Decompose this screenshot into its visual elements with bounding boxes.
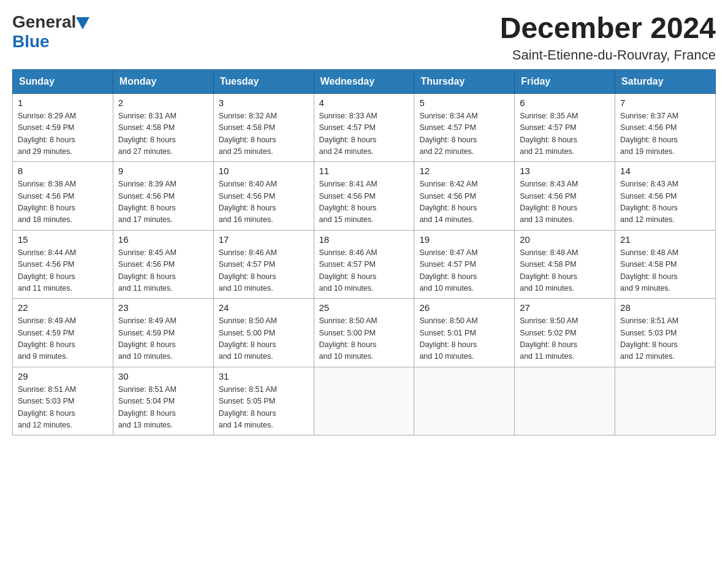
day-number: 20 (520, 234, 610, 245)
day-info: Sunrise: 8:48 AM Sunset: 4:58 PM Dayligh… (620, 247, 710, 295)
day-number: 25 (319, 302, 409, 313)
header-thursday: Thursday (414, 69, 515, 93)
day-info: Sunrise: 8:38 AM Sunset: 4:56 PM Dayligh… (18, 178, 108, 226)
calendar-cell: 28Sunrise: 8:51 AM Sunset: 5:03 PM Dayli… (615, 299, 716, 367)
day-info: Sunrise: 8:50 AM Sunset: 5:01 PM Dayligh… (419, 315, 509, 363)
day-number: 30 (118, 371, 208, 381)
day-number: 19 (419, 234, 509, 245)
location-title: Saint-Etienne-du-Rouvray, France (500, 47, 716, 63)
day-number: 31 (219, 371, 309, 381)
day-info: Sunrise: 8:50 AM Sunset: 5:00 PM Dayligh… (319, 315, 409, 363)
page-header: General Blue December 2024 Saint-Etienne… (12, 12, 716, 63)
day-info: Sunrise: 8:45 AM Sunset: 4:56 PM Dayligh… (118, 247, 208, 295)
day-info: Sunrise: 8:51 AM Sunset: 5:04 PM Dayligh… (118, 384, 208, 432)
calendar-cell: 14Sunrise: 8:43 AM Sunset: 4:56 PM Dayli… (615, 162, 716, 231)
day-info: Sunrise: 8:39 AM Sunset: 4:56 PM Dayligh… (118, 178, 208, 226)
day-info: Sunrise: 8:41 AM Sunset: 4:56 PM Dayligh… (319, 178, 409, 226)
day-info: Sunrise: 8:34 AM Sunset: 4:57 PM Dayligh… (419, 110, 509, 158)
calendar-cell: 26Sunrise: 8:50 AM Sunset: 5:01 PM Dayli… (414, 299, 515, 367)
calendar-cell: 13Sunrise: 8:43 AM Sunset: 4:56 PM Dayli… (515, 162, 615, 231)
header-friday: Friday (515, 69, 615, 93)
calendar-cell: 21Sunrise: 8:48 AM Sunset: 4:58 PM Dayli… (615, 230, 716, 299)
day-info: Sunrise: 8:42 AM Sunset: 4:56 PM Dayligh… (419, 178, 509, 226)
day-number: 27 (520, 302, 610, 313)
day-number: 23 (118, 302, 208, 313)
calendar-cell: 31Sunrise: 8:51 AM Sunset: 5:05 PM Dayli… (213, 367, 314, 435)
day-number: 9 (118, 166, 208, 176)
calendar-cell (515, 367, 615, 435)
day-info: Sunrise: 8:29 AM Sunset: 4:59 PM Dayligh… (18, 110, 108, 158)
calendar-header-row: SundayMondayTuesdayWednesdayThursdayFrid… (13, 69, 716, 93)
day-number: 24 (219, 302, 309, 313)
day-info: Sunrise: 8:47 AM Sunset: 4:57 PM Dayligh… (419, 247, 509, 295)
calendar-week-row: 1Sunrise: 8:29 AM Sunset: 4:59 PM Daylig… (13, 93, 716, 162)
calendar-week-row: 15Sunrise: 8:44 AM Sunset: 4:56 PM Dayli… (13, 230, 716, 299)
day-info: Sunrise: 8:33 AM Sunset: 4:57 PM Dayligh… (319, 110, 409, 158)
day-info: Sunrise: 8:35 AM Sunset: 4:57 PM Dayligh… (520, 110, 610, 158)
day-number: 13 (520, 166, 610, 176)
day-info: Sunrise: 8:51 AM Sunset: 5:05 PM Dayligh… (219, 384, 309, 432)
day-info: Sunrise: 8:50 AM Sunset: 5:00 PM Dayligh… (219, 315, 309, 363)
day-info: Sunrise: 8:50 AM Sunset: 5:02 PM Dayligh… (520, 315, 610, 363)
day-number: 8 (18, 166, 108, 176)
calendar-cell: 6Sunrise: 8:35 AM Sunset: 4:57 PM Daylig… (515, 93, 615, 162)
calendar-cell: 1Sunrise: 8:29 AM Sunset: 4:59 PM Daylig… (13, 93, 113, 162)
day-info: Sunrise: 8:37 AM Sunset: 4:56 PM Dayligh… (620, 110, 710, 158)
day-number: 28 (620, 302, 710, 313)
day-info: Sunrise: 8:46 AM Sunset: 4:57 PM Dayligh… (219, 247, 309, 295)
day-number: 22 (18, 302, 108, 313)
header-tuesday: Tuesday (213, 69, 314, 93)
day-number: 26 (419, 302, 509, 313)
day-number: 18 (319, 234, 409, 245)
header-sunday: Sunday (13, 69, 113, 93)
calendar-cell: 30Sunrise: 8:51 AM Sunset: 5:04 PM Dayli… (113, 367, 213, 435)
day-info: Sunrise: 8:40 AM Sunset: 4:56 PM Dayligh… (219, 178, 309, 226)
calendar-cell: 22Sunrise: 8:49 AM Sunset: 4:59 PM Dayli… (13, 299, 113, 367)
header-saturday: Saturday (615, 69, 716, 93)
calendar-cell: 7Sunrise: 8:37 AM Sunset: 4:56 PM Daylig… (615, 93, 716, 162)
calendar-cell: 10Sunrise: 8:40 AM Sunset: 4:56 PM Dayli… (213, 162, 314, 231)
month-title: December 2024 (500, 12, 716, 45)
calendar-cell (615, 367, 716, 435)
calendar-cell: 3Sunrise: 8:32 AM Sunset: 4:58 PM Daylig… (213, 93, 314, 162)
calendar-table: SundayMondayTuesdayWednesdayThursdayFrid… (12, 69, 716, 436)
day-number: 14 (620, 166, 710, 176)
header-monday: Monday (113, 69, 213, 93)
day-number: 10 (219, 166, 309, 176)
calendar-cell: 23Sunrise: 8:49 AM Sunset: 4:59 PM Dayli… (113, 299, 213, 367)
day-number: 4 (319, 98, 409, 108)
day-number: 12 (419, 166, 509, 176)
calendar-week-row: 22Sunrise: 8:49 AM Sunset: 4:59 PM Dayli… (13, 299, 716, 367)
day-info: Sunrise: 8:51 AM Sunset: 5:03 PM Dayligh… (18, 384, 108, 432)
logo: General Blue (12, 12, 89, 52)
day-info: Sunrise: 8:46 AM Sunset: 4:57 PM Dayligh… (319, 247, 409, 295)
calendar-week-row: 8Sunrise: 8:38 AM Sunset: 4:56 PM Daylig… (13, 162, 716, 231)
day-number: 3 (219, 98, 309, 108)
day-number: 16 (118, 234, 208, 245)
day-number: 5 (419, 98, 509, 108)
calendar-cell: 25Sunrise: 8:50 AM Sunset: 5:00 PM Dayli… (314, 299, 414, 367)
calendar-cell: 11Sunrise: 8:41 AM Sunset: 4:56 PM Dayli… (314, 162, 414, 231)
calendar-cell: 8Sunrise: 8:38 AM Sunset: 4:56 PM Daylig… (13, 162, 113, 231)
calendar-cell: 24Sunrise: 8:50 AM Sunset: 5:00 PM Dayli… (213, 299, 314, 367)
day-number: 6 (520, 98, 610, 108)
day-number: 15 (18, 234, 108, 245)
day-info: Sunrise: 8:49 AM Sunset: 4:59 PM Dayligh… (18, 315, 108, 363)
day-info: Sunrise: 8:43 AM Sunset: 4:56 PM Dayligh… (620, 178, 710, 226)
header-wednesday: Wednesday (314, 69, 414, 93)
day-number: 7 (620, 98, 710, 108)
calendar-cell: 19Sunrise: 8:47 AM Sunset: 4:57 PM Dayli… (414, 230, 515, 299)
calendar-cell: 16Sunrise: 8:45 AM Sunset: 4:56 PM Dayli… (113, 230, 213, 299)
calendar-cell: 27Sunrise: 8:50 AM Sunset: 5:02 PM Dayli… (515, 299, 615, 367)
calendar-cell: 12Sunrise: 8:42 AM Sunset: 4:56 PM Dayli… (414, 162, 515, 231)
svg-marker-0 (76, 17, 89, 29)
calendar-cell: 15Sunrise: 8:44 AM Sunset: 4:56 PM Dayli… (13, 230, 113, 299)
day-number: 1 (18, 98, 108, 108)
calendar-cell: 29Sunrise: 8:51 AM Sunset: 5:03 PM Dayli… (13, 367, 113, 435)
calendar-cell: 4Sunrise: 8:33 AM Sunset: 4:57 PM Daylig… (314, 93, 414, 162)
calendar-cell (414, 367, 515, 435)
day-number: 21 (620, 234, 710, 245)
day-info: Sunrise: 8:49 AM Sunset: 4:59 PM Dayligh… (118, 315, 208, 363)
day-number: 2 (118, 98, 208, 108)
calendar-cell: 18Sunrise: 8:46 AM Sunset: 4:57 PM Dayli… (314, 230, 414, 299)
